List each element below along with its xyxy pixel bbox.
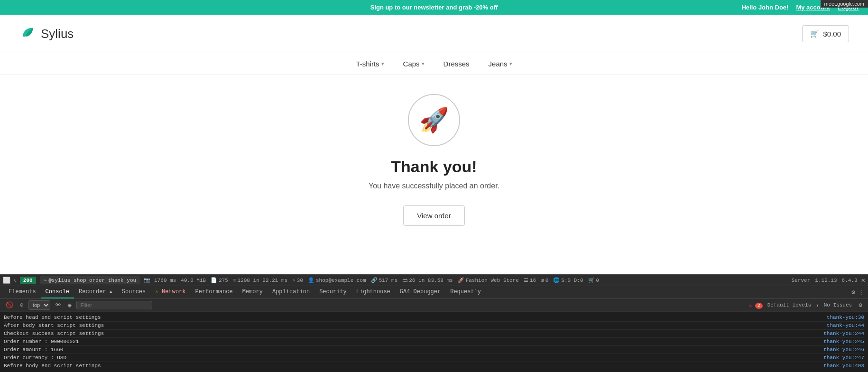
cart-total: $0.00 xyxy=(823,30,841,38)
cart-button[interactable]: 🛒 $0.00 xyxy=(802,25,849,42)
google-tooltip: meet.google.com xyxy=(821,0,868,8)
chevron-down-icon: ▾ xyxy=(381,61,384,67)
logo-text: Sylius xyxy=(41,27,74,41)
rocket-circle: 🚀 xyxy=(408,94,460,146)
announcement-text: Sign up to our newsletter and grab -20% … xyxy=(370,4,498,11)
main-content: 🚀 Thank you! You have successfully place… xyxy=(0,75,868,254)
chevron-down-icon: ▾ xyxy=(509,61,512,67)
logo-icon xyxy=(19,23,36,44)
chevron-down-icon: ▾ xyxy=(422,61,425,67)
nav-dresses-label: Dresses xyxy=(443,60,470,68)
thank-you-title: Thank you! xyxy=(391,158,477,176)
nav-jeans-label: Jeans xyxy=(489,60,508,68)
logo[interactable]: Sylius xyxy=(19,23,74,44)
nav-dresses[interactable]: Dresses xyxy=(443,60,470,68)
nav-tshirts-label: T-shirts xyxy=(356,60,379,68)
site-nav: T-shirts ▾ Caps ▾ Dresses Jeans ▾ xyxy=(0,53,868,75)
nav-jeans[interactable]: Jeans ▾ xyxy=(489,60,512,68)
hello-text: Hello John Doe! xyxy=(741,4,788,11)
nav-tshirts[interactable]: T-shirts ▾ xyxy=(356,60,384,68)
cart-icon: 🛒 xyxy=(810,29,819,38)
rocket-icon: 🚀 xyxy=(419,106,449,134)
nav-caps-label: Caps xyxy=(403,60,420,68)
thank-you-subtitle: You have successfully placed an order. xyxy=(369,182,499,190)
nav-caps[interactable]: Caps ▾ xyxy=(403,60,425,68)
announcement-bar: Sign up to our newsletter and grab -20% … xyxy=(0,0,868,15)
site-header: Sylius 🛒 $0.00 xyxy=(0,15,868,53)
view-order-button[interactable]: View order xyxy=(403,205,464,226)
